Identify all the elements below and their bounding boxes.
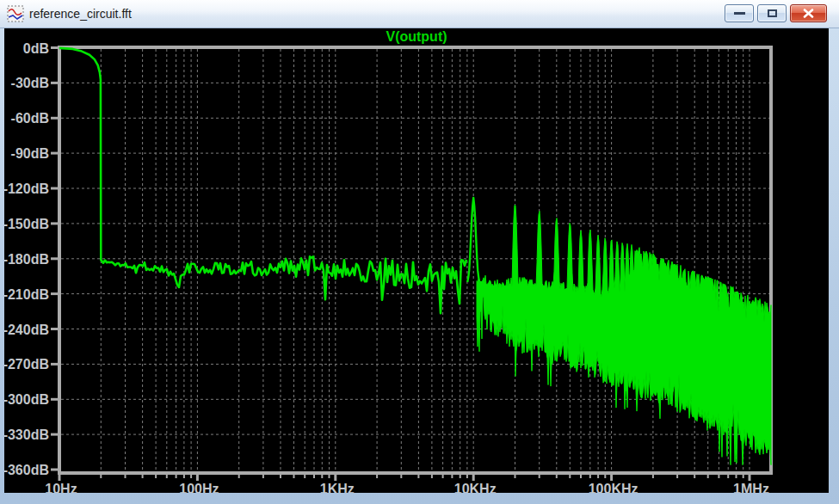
- y-tick-label: -240dB: [4, 323, 49, 337]
- y-tick-label: -210dB: [4, 287, 49, 302]
- maximize-button[interactable]: [757, 4, 787, 22]
- minimize-button[interactable]: [725, 4, 754, 22]
- window-title: reference_circuit.fft: [29, 7, 132, 21]
- y-tick-label: -60dB: [11, 111, 49, 126]
- harmonics-noise-band: [477, 206, 771, 465]
- waveform-plot-icon: [7, 5, 24, 22]
- y-tick-label: -360dB: [4, 463, 49, 477]
- window-controls: [725, 4, 827, 22]
- minimize-icon: [734, 12, 745, 15]
- y-tick-label: -150dB: [4, 217, 49, 231]
- trace-legend[interactable]: V(output): [4, 29, 829, 46]
- x-tick-label: 1MHz: [733, 482, 769, 493]
- y-tick-label: -30dB: [11, 76, 49, 90]
- title-bar[interactable]: reference_circuit.fft: [0, 0, 839, 28]
- plot-frame: [59, 47, 771, 473]
- x-tick-label: 100KHz: [589, 482, 639, 493]
- x-tick-label: 10KHz: [454, 482, 497, 493]
- x-tick-label: 1KHz: [320, 482, 355, 493]
- fft-plot-canvas[interactable]: 0dB-30dB-60dB-90dB-120dB-150dB-180dB-210…: [4, 28, 829, 493]
- y-tick-label: -270dB: [4, 357, 49, 372]
- y-tick-label: -300dB: [4, 392, 49, 407]
- maximize-icon: [768, 9, 777, 17]
- y-tick-label: -120dB: [4, 181, 49, 196]
- y-tick-label: -180dB: [4, 252, 49, 267]
- ltspice-fft-window: reference_circuit.fft V(output) 0dB-30dB…: [0, 0, 839, 504]
- noise-floor-trace: [59, 48, 466, 313]
- x-tick-label: 100Hz: [179, 482, 219, 493]
- y-tick-label: -90dB: [11, 146, 49, 161]
- x-tick-label: 10Hz: [45, 482, 77, 493]
- y-tick-label: -330dB: [4, 427, 49, 442]
- close-icon: [803, 9, 814, 18]
- plot-area: V(output) 0dB-30dB-60dB-90dB-120dB-150dB…: [4, 28, 829, 493]
- close-button[interactable]: [790, 4, 827, 22]
